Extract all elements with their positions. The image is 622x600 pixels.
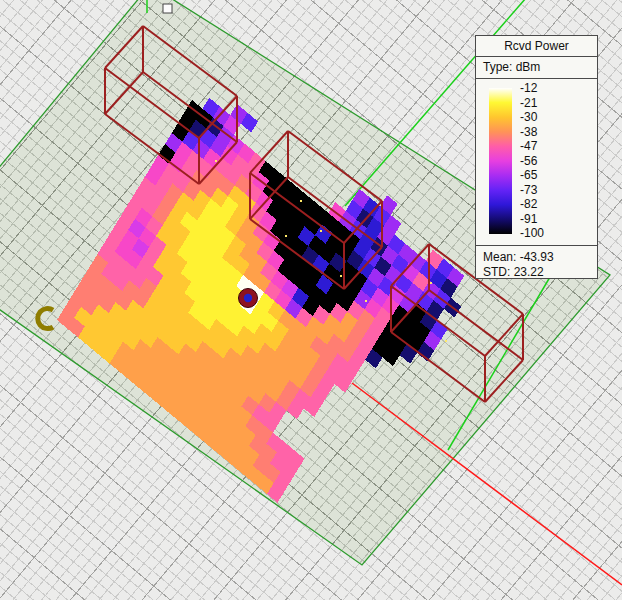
legend-tick: -100 <box>520 227 544 240</box>
legend-tick: -65 <box>520 169 544 182</box>
std-value: STD: 23.22 <box>483 265 597 280</box>
legend-color-scale: -12-21-30-38-47-56-65-73-82-91-100 <box>476 79 597 246</box>
transmitter-center <box>244 294 252 302</box>
legend-statistics: Mean: -43.93 STD: 23.22 <box>476 246 597 280</box>
transmitter-marker[interactable] <box>239 289 258 308</box>
red-axis-line <box>352 383 622 585</box>
legend-panel: Rcvd Power Type: dBm -12-21-30-38-47-56-… <box>475 35 598 279</box>
legend-type-label: Type: dBm <box>476 57 597 79</box>
receiver-arc-marker <box>38 309 53 329</box>
legend-tick: -21 <box>520 97 544 110</box>
legend-tick: -30 <box>520 111 544 124</box>
colorbar-tick-labels: -12-21-30-38-47-56-65-73-82-91-100 <box>520 82 544 240</box>
legend-title: Rcvd Power <box>476 36 597 57</box>
received-power-heatmap <box>57 98 464 503</box>
legend-tick: -47 <box>520 140 544 153</box>
legend-tick: -12 <box>520 82 544 95</box>
legend-tick: -38 <box>520 126 544 139</box>
mean-value: Mean: -43.93 <box>483 250 597 265</box>
colorbar-gradient <box>489 88 512 234</box>
legend-tick: -73 <box>520 184 544 197</box>
legend-tick: -91 <box>520 213 544 226</box>
legend-tick: -82 <box>520 198 544 211</box>
legend-tick: -56 <box>520 155 544 168</box>
selection-handle-square[interactable] <box>163 4 172 13</box>
3d-visualization-viewport[interactable]: Rcvd Power Type: dBm -12-21-30-38-47-56-… <box>0 0 622 600</box>
